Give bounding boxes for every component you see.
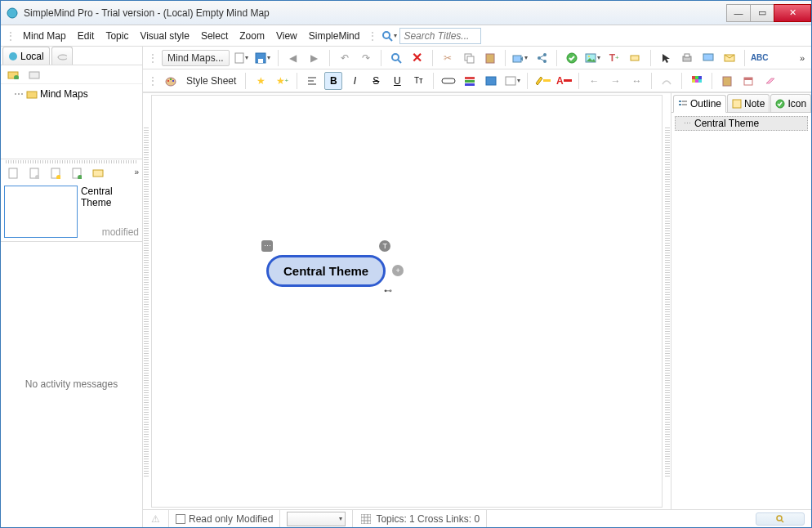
outline-tab[interactable]: Outline	[673, 95, 726, 113]
new-folder-button-2[interactable]	[25, 65, 43, 83]
palette-button[interactable]	[162, 72, 180, 90]
close-button[interactable]: ✕	[774, 4, 811, 22]
minimize-button[interactable]: —	[726, 4, 751, 22]
svg-rect-65	[679, 104, 681, 105]
strike-button[interactable]: S	[367, 72, 385, 90]
check-button[interactable]	[563, 49, 581, 67]
search-icon-button[interactable]: ▾	[380, 27, 398, 45]
arrow-left-button[interactable]: ←	[585, 72, 603, 90]
text-button[interactable]: T+	[605, 49, 623, 67]
icon-tab-label: Icon	[787, 98, 806, 110]
filter-doc-icon[interactable]	[4, 164, 22, 182]
nav-forward-button[interactable]: ▶	[306, 49, 323, 67]
align-button[interactable]	[303, 72, 321, 90]
zoom-combo[interactable]: ▾	[287, 512, 346, 526]
new-document-button[interactable]: ▾	[233, 49, 251, 67]
splitter-grip[interactable]	[6, 160, 137, 163]
pointer-button[interactable]	[657, 49, 675, 67]
copy-button[interactable]	[460, 49, 478, 67]
icon-tab[interactable]: Icon	[770, 94, 811, 112]
undo-button[interactable]: ↶	[336, 49, 354, 67]
delete-button[interactable]: ✕	[408, 49, 426, 67]
outline-tab-label: Outline	[690, 98, 721, 110]
more-chevron-icon[interactable]: »	[134, 168, 139, 177]
note-tab[interactable]: Note	[727, 94, 770, 112]
cloud-tab[interactable]	[51, 47, 73, 65]
color-grid-button[interactable]	[688, 72, 706, 90]
node-menu-handle[interactable]: ⋯	[261, 240, 273, 252]
tree-expand-icon[interactable]: ⋯	[14, 88, 24, 100]
italic-button[interactable]: I	[346, 72, 364, 90]
textsize-button[interactable]: Tт	[409, 72, 427, 90]
highlight-button[interactable]	[533, 72, 551, 90]
star-add-button[interactable]: ★+	[273, 72, 291, 90]
share-button[interactable]	[533, 49, 551, 67]
border-style-button[interactable]	[439, 72, 457, 90]
image-button[interactable]: ▾	[584, 49, 602, 67]
stylesheet-button[interactable]: Style Sheet	[183, 75, 239, 87]
toolbar-grip[interactable]: ⋮	[366, 30, 378, 42]
grid-icon[interactable]	[359, 512, 373, 526]
node-label[interactable]: Central Theme	[266, 255, 386, 287]
save-button[interactable]: ▾	[254, 49, 272, 67]
new-folder-button[interactable]	[4, 65, 22, 83]
arrow-both-button[interactable]: ↔	[627, 72, 645, 90]
menu-simplemind[interactable]: SimpleMind	[304, 29, 365, 43]
toolbar-grip[interactable]: ⋮	[4, 30, 16, 42]
readonly-checkbox[interactable]	[176, 514, 185, 524]
curve-button[interactable]	[658, 72, 676, 90]
mindmaps-button[interactable]: Mind Maps...	[162, 50, 230, 66]
label-button[interactable]	[627, 49, 645, 67]
menu-mindmap[interactable]: Mind Map	[18, 29, 71, 43]
cut-button[interactable]: ✂	[439, 49, 457, 67]
date-button[interactable]	[739, 72, 757, 90]
presentation-button[interactable]	[699, 49, 717, 67]
fill-color-button[interactable]	[482, 72, 500, 90]
outline-item[interactable]: ⋯ Central Theme	[675, 116, 808, 131]
filter-doc-check-icon[interactable]	[68, 164, 86, 182]
status-search-button[interactable]	[756, 512, 805, 526]
mail-button[interactable]	[721, 49, 738, 67]
folder-icon	[26, 89, 38, 99]
no-fill-button[interactable]: ▾	[503, 72, 521, 90]
node-text-handle[interactable]: T	[379, 240, 390, 252]
print-button[interactable]	[678, 49, 696, 67]
toolbar-grip[interactable]: ⋮	[146, 75, 158, 87]
mindmap-thumbnail[interactable]	[4, 186, 78, 238]
clipboard-button[interactable]	[718, 72, 736, 90]
folder-tree[interactable]: ⋯ Mind Maps	[1, 84, 142, 159]
eraser-button[interactable]	[761, 72, 779, 90]
maximize-button[interactable]: ▭	[750, 4, 774, 22]
toolbar-grip[interactable]: ⋮	[146, 52, 158, 64]
tree-item-mindmaps[interactable]: ⋯ Mind Maps	[4, 87, 139, 101]
menu-edit[interactable]: Edit	[73, 29, 100, 43]
node-link-handle[interactable]: ⊷	[384, 286, 392, 295]
search-input[interactable]	[399, 28, 481, 44]
arrow-right-button[interactable]: →	[606, 72, 624, 90]
fill-colors-button[interactable]	[461, 72, 479, 90]
local-tab[interactable]: Local	[2, 47, 50, 65]
menu-visual-style[interactable]: Visual style	[135, 29, 194, 43]
paste-button[interactable]	[481, 49, 499, 67]
menu-select[interactable]: Select	[196, 29, 233, 43]
zoom-button[interactable]	[387, 49, 405, 67]
export-button[interactable]: ▾	[511, 49, 529, 67]
filter-doc-starred-icon[interactable]	[47, 164, 65, 182]
underline-button[interactable]: U	[388, 72, 406, 90]
nav-back-button[interactable]: ◀	[284, 49, 302, 67]
redo-button[interactable]: ↷	[357, 49, 375, 67]
spellcheck-button[interactable]: ABC	[751, 49, 769, 67]
central-theme-node[interactable]: ⋯ T Central Theme + ⊷	[266, 255, 386, 287]
filter-doc-mail-icon[interactable]	[89, 164, 107, 182]
menu-topic[interactable]: Topic	[100, 29, 133, 43]
toolbar-overflow-icon[interactable]: »	[800, 53, 805, 63]
ruler-left	[144, 126, 149, 477]
menu-view[interactable]: View	[271, 29, 302, 43]
mindmap-canvas[interactable]: ⋯ T Central Theme + ⊷	[151, 95, 663, 508]
bold-button[interactable]: B	[324, 72, 342, 90]
menu-zoom[interactable]: Zoom	[234, 29, 270, 43]
text-color-button[interactable]: A	[555, 72, 573, 90]
node-add-handle[interactable]: +	[392, 265, 404, 276]
star-button[interactable]: ★	[252, 72, 270, 90]
filter-doc-icon2[interactable]	[25, 164, 43, 182]
